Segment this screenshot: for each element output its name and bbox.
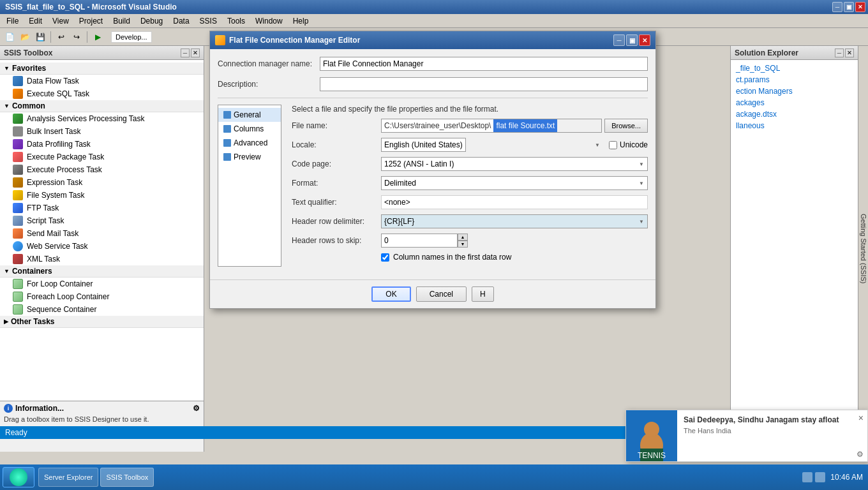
toolbox-item-script[interactable]: Script Task (0, 214, 204, 227)
header-rows-skip-input[interactable] (381, 234, 458, 248)
execute-sql-icon (13, 89, 23, 99)
redo-btn[interactable]: ↪ (70, 30, 84, 44)
exec-package-label: Execute Package Task (27, 152, 104, 161)
right-panel-project[interactable]: _file_to_SQL (736, 63, 853, 74)
format-row: Format: Delimited (292, 176, 648, 190)
right-panel-content: _file_to_SQL ct.params ection Managers a… (731, 60, 858, 452)
other-tasks-header[interactable]: ▶ Other Tasks (0, 316, 204, 328)
restore-button[interactable]: ▣ (844, 2, 854, 12)
right-panel-item-0[interactable]: ct.params (736, 74, 853, 85)
code-page-select[interactable]: 1252 (ANSI - Latin I) (381, 157, 648, 171)
menu-view[interactable]: View (47, 15, 74, 27)
dialog-restore-btn[interactable]: ▣ (626, 34, 638, 46)
toolbox-close-btn[interactable]: ✕ (191, 48, 200, 57)
taskbar-ssis-toolbox[interactable]: SSIS Toolbox (100, 468, 154, 487)
taskbar-server-explorer[interactable]: Server Explorer (38, 468, 98, 487)
toolbox-item-ftp[interactable]: FTP Task (0, 202, 204, 214)
start-button[interactable] (3, 467, 34, 487)
toolbar-sep2 (87, 31, 87, 43)
new-project-btn[interactable]: 📄 (3, 30, 17, 44)
minimize-button[interactable]: ─ (832, 2, 842, 12)
news-settings-button[interactable]: ⚙ (857, 450, 864, 459)
containers-section: ▼ Containers For Loop Container Foreach … (0, 265, 204, 316)
nav-columns[interactable]: Columns (218, 122, 281, 136)
toolbox-item-file-system[interactable]: File System Task (0, 189, 204, 202)
toolbox-item-sequence[interactable]: Sequence Container (0, 303, 204, 316)
toolbox-item-foreach-loop[interactable]: Foreach Loop Container (0, 290, 204, 303)
menu-file[interactable]: File (1, 15, 24, 27)
common-header[interactable]: ▼ Common (0, 100, 204, 112)
nav-general[interactable]: General (218, 108, 281, 122)
menu-window[interactable]: Window (250, 15, 288, 27)
nav-advanced[interactable]: Advanced (218, 136, 281, 150)
open-btn[interactable]: 📂 (18, 30, 32, 44)
for-loop-icon (13, 279, 23, 289)
menu-debug[interactable]: Debug (135, 15, 168, 27)
browse-button[interactable]: Browse... (604, 119, 648, 133)
spinner-up-btn[interactable]: ▲ (458, 234, 468, 241)
locale-select[interactable]: English (United States) (381, 138, 466, 152)
undo-btn[interactable]: ↩ (54, 30, 68, 44)
menu-tools[interactable]: Tools (222, 15, 250, 27)
column-names-checkbox[interactable] (381, 253, 389, 262)
containers-header[interactable]: ▼ Containers (0, 265, 204, 278)
taskbar: Server Explorer SSIS Toolbox 10:46 AM (0, 464, 868, 490)
right-panel-item-3[interactable]: ackage.dtsx (736, 108, 853, 120)
right-panel-close-btn[interactable]: ✕ (845, 48, 854, 57)
format-select[interactable]: Delimited (381, 176, 648, 190)
toolbox-item-expression[interactable]: Expression Task (0, 176, 204, 189)
run-btn[interactable]: ▶ (91, 30, 105, 44)
header-rows-skip-label: Header rows to skip: (292, 236, 381, 245)
dialog-minimize-btn[interactable]: ─ (613, 34, 625, 46)
toolbox-item-webservice[interactable]: Web Service Task (0, 240, 204, 253)
menu-ssis[interactable]: SSIS (195, 15, 222, 27)
right-panel-pin-btn[interactable]: ─ (835, 48, 844, 57)
toolbox-item-analysis[interactable]: Analysis Services Processing Task (0, 112, 204, 125)
file-name-row: File name: C:\Users\trainee_user\Desktop… (292, 119, 648, 133)
info-settings-btn[interactable]: ⚙ (193, 404, 200, 413)
cancel-button[interactable]: Cancel (416, 286, 467, 302)
toolbox-item-data-flow[interactable]: Data Flow Task (0, 75, 204, 87)
menu-project[interactable]: Project (74, 15, 108, 27)
toolbox-item-exec-process[interactable]: Execute Process Task (0, 163, 204, 176)
toolbox-pin-btn[interactable]: ─ (181, 48, 190, 57)
description-input[interactable] (320, 77, 648, 91)
unicode-checkbox[interactable] (609, 141, 617, 149)
exec-process-icon (13, 165, 23, 175)
news-image: TENNIS (626, 410, 677, 461)
nav-preview[interactable]: Preview (218, 150, 281, 164)
toolbox-item-for-loop[interactable]: For Loop Container (0, 278, 204, 290)
help-button[interactable]: H (472, 286, 494, 302)
conn-name-input[interactable] (320, 57, 648, 71)
file-system-label: File System Task (27, 191, 84, 200)
save-btn[interactable]: 💾 (33, 30, 47, 44)
common-arrow: ▼ (4, 103, 10, 109)
toolbox-item-execute-sql[interactable]: Execute SQL Task (0, 87, 204, 100)
menu-build[interactable]: Build (108, 15, 135, 27)
toolbox-item-sendmail[interactable]: Send Mail Task (0, 227, 204, 240)
dialog-close-btn[interactable]: ✕ (639, 34, 650, 46)
toolbox-item-xml[interactable]: XML Task (0, 253, 204, 265)
nav-preview-icon (223, 153, 231, 161)
spinner-down-btn[interactable]: ▼ (458, 241, 468, 248)
news-title: Sai Dedeepya, Sindhu Janagam stay afloat (684, 415, 861, 424)
menu-edit[interactable]: Edit (24, 15, 47, 27)
toolbox-item-bulk-insert[interactable]: Bulk Insert Task (0, 125, 204, 138)
right-panel-item-1[interactable]: ection Managers (736, 85, 853, 97)
close-button[interactable]: ✕ (855, 2, 865, 12)
menu-data[interactable]: Data (168, 15, 194, 27)
header-row-delimiter-select[interactable]: {CR}{LF} (381, 214, 648, 228)
toolbox-item-data-profiling[interactable]: Data Profiling Task (0, 138, 204, 151)
file-path-display[interactable]: C:\Users\trainee_user\Desktop\flat file … (381, 119, 602, 133)
right-panel-item-4[interactable]: llaneous (736, 120, 853, 131)
ok-button[interactable]: OK (371, 286, 410, 302)
menubar: File Edit View Project Build Debug Data … (0, 14, 868, 28)
menu-help[interactable]: Help (288, 15, 314, 27)
favorites-header[interactable]: ▼ Favorites (0, 63, 204, 75)
right-panel-item-2[interactable]: ackages (736, 97, 853, 108)
toolbox-item-exec-package[interactable]: Execute Package Task (0, 151, 204, 163)
news-close-button[interactable]: × (858, 413, 864, 423)
news-content: Sai Dedeepya, Sindhu Janagam stay afloat… (677, 410, 867, 461)
analysis-label: Analysis Services Processing Task (27, 114, 145, 123)
nav-advanced-icon (223, 139, 231, 147)
